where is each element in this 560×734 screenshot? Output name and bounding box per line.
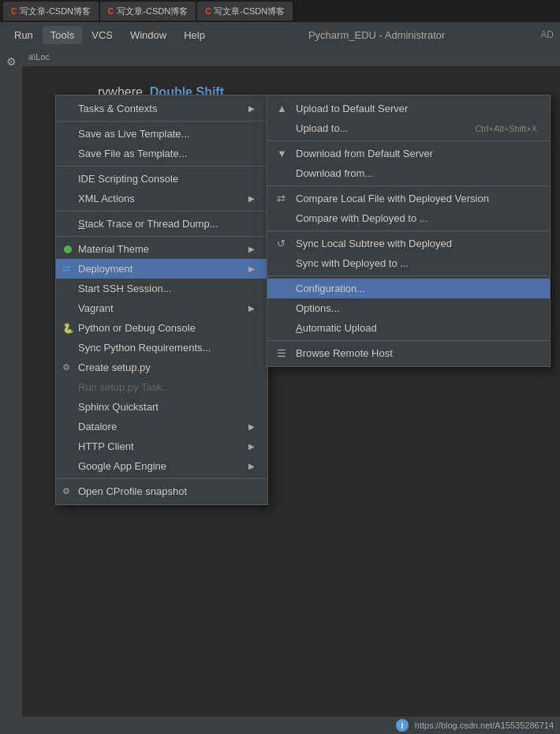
live-template-label: Save as Live Template... <box>78 128 189 140</box>
sync-subtree-icon: ↺ <box>277 238 286 249</box>
sync-subtree-label: Sync Local Subtree with Deployed <box>296 238 452 249</box>
download-from-label: Download from... <box>296 167 373 179</box>
settings-icon[interactable]: ⚙ <box>3 54 19 69</box>
create-setup-label: Create setup.py <box>78 361 151 373</box>
menu-item-py-console[interactable]: 🐍 Python or Debug Console <box>56 318 267 338</box>
file-template-label: Save File as Template... <box>78 148 188 159</box>
sub-browse-remote[interactable]: ☰ Browse Remote Host <box>267 343 550 363</box>
menu-item-deployment[interactable]: ⇄ Deployment ▶ <box>56 259 267 279</box>
menu-help[interactable]: Help <box>176 26 213 44</box>
xml-actions-arrow: ▶ <box>248 194 255 203</box>
main-content: a\Loc rvwhere Double Shift Tasks & Conte… <box>22 47 560 734</box>
material-dot-icon <box>64 245 72 253</box>
deployment-submenu: ▲ Upload to Default Server Upload to... … <box>267 95 551 367</box>
status-url: https://blog.csdn.net/A15535286714 <box>415 721 554 730</box>
sub-auto-upload[interactable]: Automatic Upload <box>267 318 550 338</box>
cprofile-label: Open CProfile snapshot <box>78 485 187 497</box>
sub-sep-4 <box>267 275 550 276</box>
tasks-label: Tasks & Contexts <box>78 103 157 114</box>
browser-tab-1[interactable]: C 写文章-CSDN博客 <box>3 2 99 21</box>
menu-item-ssh[interactable]: Start SSH Session... <box>56 279 267 298</box>
menu-item-sphinx[interactable]: Sphinx Quickstart <box>56 397 267 417</box>
sub-download-from[interactable]: Download from... <box>267 163 550 183</box>
menu-item-create-setup[interactable]: ⚙ Create setup.py <box>56 358 267 377</box>
separator-4 <box>56 236 267 237</box>
menu-item-gae[interactable]: Google App Engine ▶ <box>56 456 267 476</box>
gae-arrow: ▶ <box>248 462 255 470</box>
separator-2 <box>56 166 267 167</box>
vagrant-label: Vagrant <box>78 302 114 314</box>
sub-upload-to[interactable]: Upload to... Ctrl+Alt+Shift+X <box>267 118 550 138</box>
sync-to-label: Sync with Deployed to ... <box>296 257 409 269</box>
menu-item-ide-console[interactable]: IDE Scripting Console <box>56 169 267 189</box>
tools-dropdown: Tasks & Contexts ▶ Save as Live Template… <box>55 95 268 505</box>
setup-icon: ⚙ <box>62 362 70 373</box>
menu-item-vagrant[interactable]: Vagrant ▶ <box>56 298 267 318</box>
browser-tab-3[interactable]: C 写文章-CSDN博客 <box>197 2 293 21</box>
sub-upload-default[interactable]: ▲ Upload to Default Server <box>267 99 550 118</box>
download-default-icon: ▼ <box>277 148 287 159</box>
material-arrow: ▶ <box>248 245 255 253</box>
download-default-label: Download from Default Server <box>296 148 433 159</box>
deployment-label: Deployment <box>78 263 133 275</box>
options-label: Options... <box>296 302 340 314</box>
py-console-label: Python or Debug Console <box>78 322 196 334</box>
menu-item-material[interactable]: Material Theme ▶ <box>56 239 267 259</box>
browse-remote-icon: ☰ <box>277 347 286 359</box>
datalore-arrow: ▶ <box>248 422 255 431</box>
http-label: HTTP Client <box>78 440 134 452</box>
menu-tools[interactable]: Tools <box>43 26 82 44</box>
favicon-1: C <box>11 7 17 16</box>
menu-item-tasks[interactable]: Tasks & Contexts ▶ <box>56 99 267 118</box>
favicon-3: C <box>205 7 211 16</box>
ide-console-label: IDE Scripting Console <box>78 173 178 185</box>
sub-sep-1 <box>267 140 550 141</box>
sub-sync-to[interactable]: Sync with Deployed to ... <box>267 253 550 273</box>
ad-label: AD <box>540 29 554 40</box>
upload-to-shortcut: Ctrl+Alt+Shift+X <box>475 124 537 133</box>
stack-trace-label: Stack Trace or Thread Dump... <box>78 218 218 230</box>
sub-compare-local[interactable]: ⇄ Compare Local File with Deployed Versi… <box>267 189 550 208</box>
tab-label-1: 写文章-CSDN博客 <box>20 6 91 17</box>
browser-tab-2[interactable]: C 写文章-CSDN博客 <box>100 2 196 21</box>
menu-item-file-template[interactable]: Save File as Template... <box>56 144 267 163</box>
material-label: Material Theme <box>78 243 149 255</box>
menu-item-live-template[interactable]: Save as Live Template... <box>56 124 267 144</box>
sub-configuration[interactable]: Configuration... <box>267 279 550 298</box>
sync-req-label: Sync Python Requirements... <box>78 342 211 354</box>
info-icon[interactable]: i <box>396 719 409 732</box>
deploy-icon: ⇄ <box>62 263 71 275</box>
menu-vcs[interactable]: VCS <box>84 26 121 44</box>
menu-item-http[interactable]: HTTP Client ▶ <box>56 436 267 456</box>
menubar: Run Tools VCS Window Help Pycharm_EDU - … <box>0 22 560 47</box>
tab-label-2: 写文章-CSDN博客 <box>117 6 188 17</box>
separator-5 <box>56 478 267 479</box>
menu-item-datalore[interactable]: Datalore ▶ <box>56 417 267 436</box>
py-console-icon: 🐍 <box>62 323 74 334</box>
sub-options[interactable]: Options... <box>267 298 550 318</box>
compare-to-label: Compare with Deployed to ... <box>296 212 428 224</box>
sub-download-default[interactable]: ▼ Download from Default Server <box>267 144 550 163</box>
ssh-label: Start SSH Session... <box>78 283 172 294</box>
configuration-label: Configuration... <box>296 283 365 294</box>
run-setup-label: Run setup.py Task... <box>78 381 171 393</box>
path-bar: a\Loc <box>22 47 560 66</box>
menu-run[interactable]: Run <box>6 26 41 44</box>
tasks-arrow: ▶ <box>248 104 255 113</box>
menu-item-run-setup: Run setup.py Task... <box>56 377 267 397</box>
upload-to-label: Upload to... <box>296 122 349 134</box>
app-title: Pycharm_EDU - Administrator <box>308 29 445 41</box>
deployment-arrow: ▶ <box>248 264 255 273</box>
browse-remote-label: Browse Remote Host <box>296 347 393 359</box>
sub-compare-to[interactable]: Compare with Deployed to ... <box>267 208 550 228</box>
tab-label-3: 写文章-CSDN博客 <box>214 6 285 17</box>
menu-item-sync-req[interactable]: Sync Python Requirements... <box>56 338 267 358</box>
menu-item-cprofile[interactable]: ⚙ Open CProfile snapshot <box>56 481 267 501</box>
sub-sync-subtree[interactable]: ↺ Sync Local Subtree with Deployed <box>267 234 550 253</box>
menu-window[interactable]: Window <box>122 26 174 44</box>
menu-item-stack-trace[interactable]: Stack Trace or Thread Dump... <box>56 214 267 234</box>
app-area: ⚙ a\Loc rvwhere Double Shift Tasks & Con… <box>0 47 560 734</box>
menu-item-xml-actions[interactable]: XML Actions ▶ <box>56 189 267 208</box>
vagrant-arrow: ▶ <box>248 304 255 313</box>
auto-upload-label: Automatic Upload <box>296 322 377 334</box>
